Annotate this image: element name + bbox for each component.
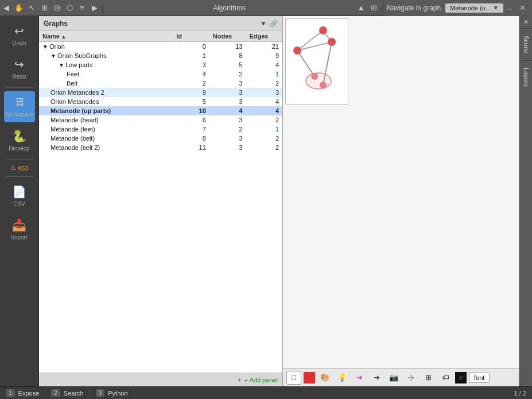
python-tab[interactable]: 3 Python <box>90 387 134 399</box>
color-wheel-btn[interactable]: 🎨 <box>317 371 332 385</box>
svg-line-4 <box>297 51 314 76</box>
table-row[interactable]: ▼Orion01321 <box>39 42 282 52</box>
metanode-close-btn[interactable]: ✕ <box>516 2 529 14</box>
camera-btn[interactable]: 📷 <box>386 371 401 385</box>
table-row[interactable]: Orion Metanodes 2933 <box>39 88 282 97</box>
cell-nodes: 3 <box>209 79 246 88</box>
table-row[interactable]: ▼Low parts354 <box>39 60 282 69</box>
cell-id: 9 <box>173 88 209 97</box>
redo-btn[interactable]: ↪ Redo <box>4 53 35 84</box>
plus-icon: ＋ <box>236 375 243 384</box>
cell-name: Feet <box>39 69 173 79</box>
add-panel-btn[interactable]: ＋ + Add panel <box>236 375 278 384</box>
import-btn[interactable]: 📥 Import <box>4 214 35 245</box>
navigate-tab-area: Navigate in graph Metanode (u... ▼ ... ✕ <box>383 0 532 16</box>
white-rect-btn[interactable]: □ <box>286 371 301 385</box>
table-row[interactable]: Metanode (belt)832 <box>39 134 282 143</box>
col-edges[interactable]: Edges <box>246 31 282 42</box>
table-row[interactable]: Metanode (head)632 <box>39 115 282 125</box>
cell-name: Belt <box>39 79 173 88</box>
graphs-table: Name Id Nodes Edges ▼Orion01321▼Orion Su… <box>39 31 282 373</box>
cell-nodes: 4 <box>209 106 246 115</box>
develop-icon: 🐍 <box>12 129 26 143</box>
svg-point-3 <box>306 73 331 89</box>
toolbar-title: Algorithms <box>104 4 355 12</box>
cell-id: 5 <box>173 97 209 106</box>
csv-icon: 📄 <box>12 185 26 199</box>
tree-toggle[interactable]: ▼ <box>42 44 48 50</box>
layers-tab[interactable]: Layers <box>521 61 532 94</box>
redo-icon: ↪ <box>14 57 24 71</box>
black-rect-btn[interactable]: ■ <box>455 372 467 383</box>
cell-nodes: 3 <box>209 115 246 125</box>
select-tool[interactable]: ⊟ <box>51 2 63 14</box>
table-row[interactable]: Metanode (feet)721 <box>39 125 282 134</box>
undo-btn[interactable]: ↩ Undo <box>4 20 35 51</box>
cell-edges: 1 <box>246 125 282 134</box>
back-btn[interactable]: ◀ <box>0 2 13 14</box>
table-row[interactable]: Metanode (belt 2)1132 <box>39 143 282 152</box>
minimap[interactable] <box>285 18 348 104</box>
table-row[interactable]: ▼Orion SubGraphs189 <box>39 51 282 60</box>
metanode-tab[interactable]: Metanode (u... ▼ <box>445 3 503 13</box>
workspace-btn[interactable]: 🖥 Workspace <box>4 91 35 122</box>
col-id[interactable]: Id <box>173 31 209 42</box>
shape-tool[interactable]: ⬡ <box>63 2 76 14</box>
cell-name: ▼Low parts <box>39 60 173 69</box>
panel-collapse-btn[interactable]: ▼ <box>260 20 267 28</box>
tree-toggle[interactable]: ▼ <box>51 53 56 59</box>
font-btn[interactable]: font <box>469 373 490 383</box>
expand-toolbar-btn[interactable]: ⊞ <box>367 2 380 14</box>
arrow-right-pink-btn[interactable]: ➜ <box>352 371 367 385</box>
cursor-tool[interactable]: ↖ <box>25 2 38 14</box>
scene-tab[interactable]: Scene <box>521 29 532 60</box>
panel-title: Graphs <box>44 20 68 28</box>
canvas-drawing-area[interactable]: Meissa Betelgeuse Bellatrix <box>283 16 519 368</box>
table-row[interactable]: Metanode (up parts)1044 <box>39 106 282 115</box>
undo-icon: ↩ <box>14 24 24 38</box>
cell-id: 2 <box>173 79 209 88</box>
cell-id: 4 <box>173 69 209 79</box>
cell-nodes: 2 <box>209 125 246 134</box>
cell-id: 3 <box>173 60 209 69</box>
play-tool[interactable]: ▶ <box>88 2 101 14</box>
col-nodes[interactable]: Nodes <box>209 31 246 42</box>
grid-tool[interactable]: ⊞ <box>38 2 51 14</box>
table-row[interactable]: Orion Metanodes534 <box>39 97 282 106</box>
search-tab[interactable]: 2 Search <box>45 387 90 399</box>
bulb-btn[interactable]: 💡 <box>335 371 350 385</box>
warning-badge[interactable]: ⚠ 453 <box>7 162 32 174</box>
metanode-dropdown-btn[interactable]: ▼ <box>493 5 499 11</box>
arrow-right-btn[interactable]: ➜ <box>369 371 384 385</box>
develop-btn[interactable]: 🐍 Develop <box>4 125 35 156</box>
csv-btn[interactable]: 📄 CSV <box>4 180 35 211</box>
hand-tool[interactable]: ✋ <box>13 2 25 14</box>
table-row[interactable]: Belt232 <box>39 79 282 88</box>
cell-edges: 2 <box>246 79 282 88</box>
expose-tab[interactable]: 1 Expose <box>0 387 45 399</box>
list-tool[interactable]: ≡ <box>76 2 88 14</box>
red-rect-btn[interactable] <box>304 372 315 383</box>
page-indicator: 1 / 2 <box>508 390 532 397</box>
panel-link-btn[interactable]: 🔗 <box>269 20 278 28</box>
tree-toggle[interactable]: ▼ <box>59 62 64 68</box>
label-btn[interactable]: 🏷 <box>438 371 453 385</box>
cell-edges: 2 <box>246 134 282 143</box>
metanode-more-btn[interactable]: ... <box>503 2 516 14</box>
cell-id: 10 <box>173 106 209 115</box>
svg-point-6 <box>319 26 327 34</box>
main-content: ↩ Undo ↪ Redo 🖥 Workspace 🐍 Develop ⚠ 45… <box>0 16 532 386</box>
cell-edges: 2 <box>246 115 282 125</box>
table-header-row: Name Id Nodes Edges <box>39 31 282 42</box>
canvas[interactable]: Meissa Betelgeuse Bellatrix □ 🎨 💡 <box>283 16 519 386</box>
cell-edges: 2 <box>246 143 282 152</box>
col-name[interactable]: Name <box>39 31 173 42</box>
collapse-toolbar-btn[interactable]: ▲ <box>355 2 367 14</box>
cell-id: 8 <box>173 134 209 143</box>
table-row[interactable]: Feet421 <box>39 69 282 79</box>
cell-name: ▼Orion SubGraphs <box>39 51 173 60</box>
right-sidebar-close-btn[interactable]: ✕ <box>521 16 531 28</box>
bottom-bar: 1 Expose 2 Search 3 Python 1 / 2 <box>0 386 532 399</box>
graph-layout-btn[interactable]: ⊹ <box>403 371 418 385</box>
nodes-btn[interactable]: ⊞ <box>421 371 436 385</box>
